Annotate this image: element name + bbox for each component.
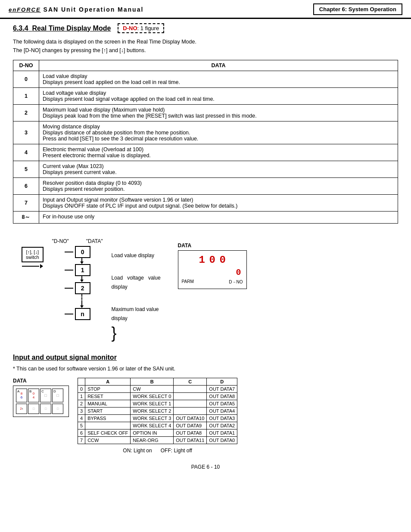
digit-1: 1 bbox=[198, 254, 206, 266]
io-table-cell: OUT DATA2 bbox=[207, 422, 237, 429]
row-title: For in-house use only bbox=[43, 214, 94, 220]
io-table-row: 5WORK SELECT 4OUT DATA9OUT DATA2 bbox=[78, 422, 237, 429]
intro-line1: The following data is displayed on the s… bbox=[13, 37, 398, 46]
io-table-cell: MANUAL bbox=[85, 400, 131, 407]
diagram-labels: "D-NO" "DATA" bbox=[52, 238, 103, 244]
io-table-cell: START bbox=[85, 407, 131, 414]
io-table-header-row: ABCD bbox=[78, 378, 237, 385]
col-dno: D-NO bbox=[13, 60, 39, 71]
row-desc: Displays peak load from the time when th… bbox=[43, 113, 257, 119]
row-desc: Displays present load signal voltage app… bbox=[43, 96, 215, 102]
dno-display-label: D－NO bbox=[229, 279, 243, 285]
switch-label-line2: switch bbox=[26, 255, 39, 260]
io-table-cell: OUT DATA9 bbox=[174, 422, 207, 429]
io-table-cell: OUT DATA3 bbox=[207, 414, 237, 422]
diag-desc-2: Maximum load valuedisplay bbox=[112, 305, 161, 324]
table-row: 5Current value (Max 1023)Displays presen… bbox=[13, 161, 398, 178]
row-desc: Displays present current value. bbox=[43, 169, 117, 175]
io-table-area: ABCD0STOPCWOUT DATA71RESETWORK SELECT 0O… bbox=[78, 378, 237, 454]
io-table-cell: 2 bbox=[78, 400, 85, 407]
row-title: Resolver position data display (0 to 409… bbox=[43, 180, 142, 186]
table-row: 1Load voltage value displayDisplays pres… bbox=[13, 88, 398, 105]
data-diag-label: "DATA" bbox=[86, 238, 103, 244]
diagram-left: [↑], [↓] switch bbox=[22, 247, 44, 268]
row-title: Load voltage value display bbox=[43, 90, 106, 96]
io-table-cell: OUT DATA8 bbox=[207, 392, 237, 400]
dno-badge: D-NO: 1 figure bbox=[118, 23, 164, 33]
io-table-cell: BYPASS bbox=[85, 414, 131, 422]
dno-badge-label: D-NO bbox=[123, 25, 137, 31]
io-table-cell: NEAR-ORG bbox=[131, 436, 174, 444]
io-digit-c: C □ bbox=[40, 389, 51, 402]
diag-paren: } bbox=[112, 325, 161, 341]
num-box-0: 0 bbox=[75, 246, 90, 258]
data-cell: Resolver position data display (0 to 409… bbox=[39, 178, 398, 195]
section-title-row: 6.3.4 Real Time Display Mode D-NO: 1 fig… bbox=[13, 23, 398, 33]
diagram-descriptions: Load value display Load voltage valuedis… bbox=[112, 251, 161, 341]
data-cell: For in-house use only bbox=[39, 212, 398, 224]
io-table-cell: OUT DATA8 bbox=[174, 429, 207, 436]
io-table-cell: WORK SELECT 0 bbox=[131, 392, 174, 400]
table-header-row: D-NO DATA bbox=[13, 60, 398, 71]
row-title: Load value display bbox=[43, 73, 87, 79]
io-table-row: 0STOPCWOUT DATA7 bbox=[78, 385, 237, 392]
io-digit-a: A 86 bbox=[16, 389, 27, 402]
off-label: OFF: Light off bbox=[161, 448, 192, 454]
switch-label-line1: [↑], [↓] bbox=[26, 249, 39, 255]
num-box-n: n bbox=[75, 308, 90, 320]
table-row: 4Electronic thermal value (Overload at 1… bbox=[13, 144, 398, 161]
io-section-title: Input and output signal monitor bbox=[13, 354, 398, 361]
io-note: * This can be used for software version … bbox=[13, 366, 398, 372]
row-desc: Displays present load applied on the loa… bbox=[43, 79, 180, 85]
io-table-cell: OUT DATA4 bbox=[207, 407, 237, 414]
diagram-middle: "D-NO" "DATA" 0 1 bbox=[52, 238, 103, 320]
dno-cell: 6 bbox=[13, 178, 39, 195]
io-table-cell: 0 bbox=[78, 385, 85, 392]
main-content: 6.3.4 Real Time Display Mode D-NO: 1 fig… bbox=[0, 23, 411, 474]
io-table-cell: 1 bbox=[78, 392, 85, 400]
row-desc: Displays present resolver position. bbox=[43, 186, 125, 192]
io-table-cell: CW bbox=[131, 385, 174, 392]
page-footer: PAGE 6 - 10 bbox=[13, 464, 398, 474]
diag-desc-0: Load value display bbox=[112, 251, 161, 261]
row-title: Maximum load value display (Maximum valu… bbox=[43, 107, 165, 113]
dno-cell: 7 bbox=[13, 195, 39, 212]
table-row: 0Load value displayDisplays present load… bbox=[13, 71, 398, 88]
io-digit-b: B 04 bbox=[28, 389, 39, 402]
table-row: 6Resolver position data display (0 to 40… bbox=[13, 178, 398, 195]
io-section: Input and output signal monitor * This c… bbox=[13, 354, 398, 454]
io-display-title: DATA bbox=[13, 378, 69, 384]
dno-cell: 3 bbox=[13, 121, 39, 144]
dno-diag-label: "D-NO" bbox=[52, 238, 69, 244]
io-table-row: 7CCWNEAR-ORGOUT DATA11OUT DATA0 bbox=[78, 436, 237, 444]
io-table-cell bbox=[174, 407, 207, 414]
io-display-area: DATA A 86 B bbox=[13, 378, 69, 417]
display-digits-top: 1 0 0 bbox=[182, 254, 243, 266]
row-desc: Displays distance of absolute position f… bbox=[43, 130, 198, 142]
io-table-cell: OUT DATA10 bbox=[174, 414, 207, 422]
page-header: enFORCE SAN Unit Operation Manual Chapte… bbox=[0, 0, 411, 19]
section-heading: 6.3.4 Real Time Display Mode bbox=[13, 25, 111, 32]
io-table-cell: CCW bbox=[85, 436, 131, 444]
io-table-cell: OUT DATA1 bbox=[207, 429, 237, 436]
number-boxes: 0 1 2 bbox=[65, 246, 90, 320]
io-digit-small-2: □ bbox=[28, 404, 39, 414]
col-data: DATA bbox=[39, 60, 398, 71]
digit-0a: 0 bbox=[208, 254, 217, 266]
io-col-header: B bbox=[131, 378, 174, 385]
intro-line2: The [D-NO] changes by pressing the [↑] a… bbox=[13, 46, 398, 55]
chapter-label: Chapter 6: System Operation bbox=[313, 3, 402, 15]
display-label: DATA bbox=[178, 243, 247, 249]
io-table-cell: OUT DATA5 bbox=[207, 400, 237, 407]
io-table-cell: 4 bbox=[78, 414, 85, 422]
io-table-cell bbox=[174, 385, 207, 392]
digit-0b: 0 bbox=[218, 254, 227, 266]
row-title: Input and Output signal monitor (Softwar… bbox=[43, 197, 193, 203]
row-title: Current value (Max 1023) bbox=[43, 163, 104, 169]
io-table-cell: WORK SELECT 1 bbox=[131, 400, 174, 407]
brand-name: enFORCE bbox=[9, 6, 41, 13]
io-content: DATA A 86 B bbox=[13, 378, 398, 454]
dno-cell: 2 bbox=[13, 105, 39, 121]
io-table-row: 2MANUALWORK SELECT 1OUT DATA5 bbox=[78, 400, 237, 407]
io-table-cell: WORK SELECT 3 bbox=[131, 414, 174, 422]
